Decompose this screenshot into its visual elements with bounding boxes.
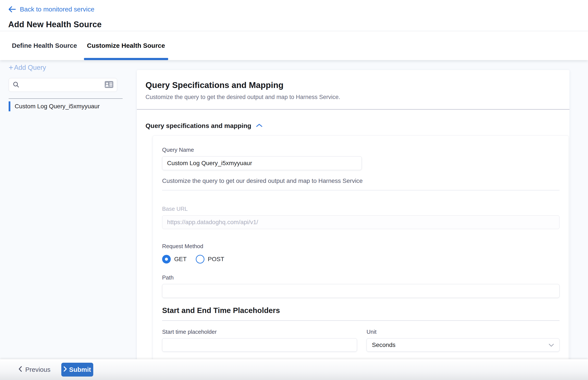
query-list-item-selected[interactable]: Custom Log Query_i5xmyyuaur	[9, 101, 137, 111]
previous-button-label: Previous	[25, 366, 51, 373]
base-url-label: Base URL	[162, 206, 559, 212]
health-source-tabs: Define Health Source Customize Health So…	[0, 31, 588, 60]
back-link-label: Back to monitored service	[20, 6, 94, 13]
query-search-input[interactable]	[22, 82, 102, 88]
unit-field: Unit Seconds	[366, 329, 559, 352]
search-icon	[13, 81, 19, 89]
start-time-input[interactable]	[162, 338, 357, 352]
chevron-right-icon	[64, 366, 67, 373]
request-method-radio-group: GET POST	[162, 255, 559, 264]
path-label: Path	[162, 274, 559, 281]
unit-label: Unit	[366, 329, 559, 335]
request-method-label: Request Method	[162, 243, 559, 250]
plus-icon: +	[9, 64, 13, 72]
query-spec-form-panel: Query Name Customize the query to get ou…	[153, 135, 569, 359]
form-divider	[162, 190, 559, 190]
card-header: Query Specifications and Mapping Customi…	[137, 70, 570, 100]
back-link[interactable]: Back to monitored service	[8, 0, 94, 13]
tab-customize-health-source[interactable]: Customize Health Source	[87, 31, 165, 60]
placeholders-divider	[162, 320, 559, 321]
add-query-button[interactable]: + Add Query	[9, 64, 46, 72]
back-arrow-icon	[8, 6, 16, 13]
page-title: Add New Health Source	[8, 20, 588, 29]
path-input[interactable]	[162, 284, 559, 298]
submit-button-label: Submit	[69, 366, 91, 373]
radio-post-label: POST	[208, 256, 224, 263]
wizard-footer: Previous Submit	[0, 359, 588, 380]
query-sidebar: + Add Query	[0, 60, 137, 359]
content-area: + Add Query	[0, 60, 588, 359]
radio-get-label: GET	[174, 256, 187, 263]
start-time-label: Start time placeholder	[162, 329, 357, 335]
radio-post[interactable]	[196, 255, 204, 264]
previous-button[interactable]: Previous	[18, 366, 51, 374]
card-subtitle: Customize the query to get the desired o…	[145, 94, 561, 100]
query-search-box	[9, 78, 117, 92]
main-panel: Query Specifications and Mapping Customi…	[137, 60, 588, 359]
base-url-input	[162, 215, 559, 229]
add-query-label: Add Query	[14, 64, 46, 72]
query-name-label: Query Name	[162, 147, 559, 153]
section-heading-row: Query specifications and mapping	[137, 110, 570, 130]
tab-define-health-source[interactable]: Define Health Source	[12, 31, 77, 60]
query-item-label: Custom Log Query_i5xmyyuaur	[15, 103, 100, 110]
placeholders-heading: Start and End Time Placeholders	[162, 306, 559, 315]
section-heading: Query specifications and mapping	[145, 122, 251, 130]
collapse-section-toggle[interactable]	[256, 123, 262, 128]
page-header: Back to monitored service Add New Health…	[0, 0, 588, 31]
radio-get[interactable]	[162, 255, 171, 264]
start-time-field: Start time placeholder	[162, 329, 357, 352]
add-health-source-page: Back to monitored service Add New Health…	[0, 0, 588, 380]
chevron-down-icon	[549, 342, 554, 348]
query-spec-card: Query Specifications and Mapping Customi…	[137, 70, 570, 359]
chevron-up-icon	[256, 123, 262, 128]
placeholders-row: Start time placeholder Unit Seconds	[162, 329, 559, 352]
query-name-help-text: Customize the query to get our desired o…	[162, 177, 559, 184]
unit-select-value: Seconds	[372, 342, 396, 348]
contact-card-icon[interactable]	[104, 81, 114, 89]
query-name-input[interactable]	[162, 156, 362, 170]
selected-indicator-bar	[9, 101, 10, 111]
unit-select[interactable]: Seconds	[366, 338, 559, 352]
card-title: Query Specifications and Mapping	[145, 80, 561, 90]
sidebar-divider	[9, 98, 123, 99]
chevron-left-icon	[18, 366, 22, 374]
submit-button[interactable]: Submit	[61, 363, 93, 377]
